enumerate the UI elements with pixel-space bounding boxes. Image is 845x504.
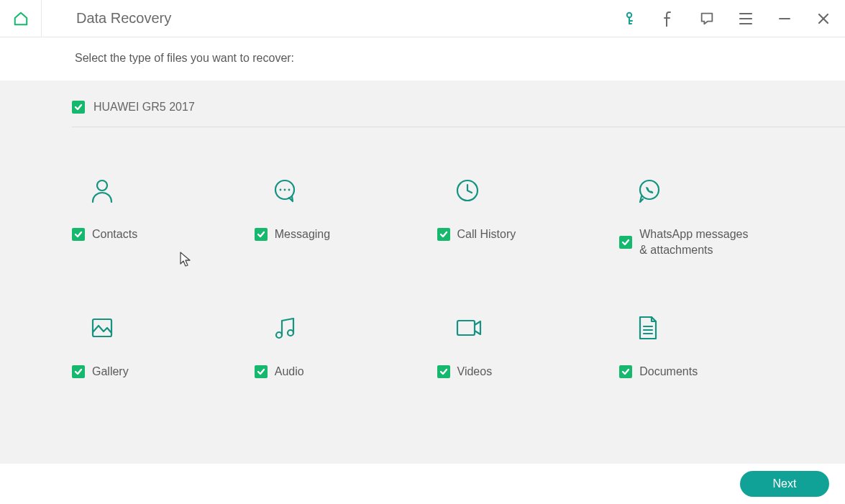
video-icon bbox=[455, 315, 483, 349]
tile-whatsapp[interactable]: WhatsApp messages & attachments bbox=[619, 178, 802, 257]
tile-checkbox-gallery[interactable] bbox=[72, 365, 85, 378]
tile-checkbox-messaging[interactable] bbox=[255, 228, 268, 241]
svg-point-7 bbox=[640, 180, 659, 199]
footer: Next bbox=[0, 464, 845, 504]
tile-label: Messaging bbox=[275, 226, 330, 242]
svg-point-10 bbox=[288, 330, 293, 336]
whatsapp-icon bbox=[636, 178, 662, 212]
chat-icon bbox=[272, 178, 298, 212]
tile-label: Audio bbox=[275, 364, 304, 380]
image-icon bbox=[89, 315, 115, 349]
svg-point-3 bbox=[279, 189, 281, 191]
doc-icon bbox=[636, 315, 659, 349]
close-button[interactable] bbox=[815, 10, 832, 27]
device-name: HUAWEI GR5 2017 bbox=[93, 101, 195, 114]
tile-checkbox-documents[interactable] bbox=[619, 365, 632, 378]
tile-checkbox-audio[interactable] bbox=[255, 365, 268, 378]
tile-checkbox-calls[interactable] bbox=[437, 228, 450, 241]
feedback-icon[interactable] bbox=[698, 10, 716, 27]
music-icon bbox=[272, 315, 298, 349]
svg-point-0 bbox=[627, 12, 631, 17]
tile-gallery[interactable]: Gallery bbox=[72, 315, 255, 380]
svg-point-9 bbox=[276, 332, 282, 338]
svg-rect-11 bbox=[457, 321, 475, 335]
facebook-icon[interactable] bbox=[659, 10, 677, 27]
svg-point-4 bbox=[283, 189, 286, 191]
content-body: HUAWEI GR5 2017 ContactsMessagingCall Hi… bbox=[0, 81, 845, 469]
next-button[interactable]: Next bbox=[740, 471, 829, 497]
tile-row: Videos bbox=[437, 364, 493, 380]
tile-row: Documents bbox=[619, 364, 698, 380]
tile-row: Audio bbox=[255, 364, 304, 380]
tile-checkbox-contacts[interactable] bbox=[72, 228, 85, 241]
clock-icon bbox=[455, 178, 480, 212]
tile-label: Gallery bbox=[92, 364, 129, 380]
key-icon[interactable] bbox=[621, 10, 638, 27]
instruction-text: Select the type of files you want to rec… bbox=[0, 37, 845, 81]
tile-documents[interactable]: Documents bbox=[619, 315, 802, 380]
home-button[interactable] bbox=[0, 0, 42, 37]
tile-videos[interactable]: Videos bbox=[437, 315, 620, 380]
file-type-grid: ContactsMessagingCall HistoryWhatsApp me… bbox=[0, 178, 845, 380]
tile-messaging[interactable]: Messaging bbox=[255, 178, 437, 257]
page-title: Data Recovery bbox=[76, 10, 621, 27]
tile-row: Call History bbox=[437, 226, 516, 242]
home-icon bbox=[13, 11, 29, 27]
tile-checkbox-videos[interactable] bbox=[437, 365, 450, 378]
tile-checkbox-whatsapp[interactable] bbox=[619, 236, 632, 249]
tile-audio[interactable]: Audio bbox=[255, 315, 437, 380]
tile-label: Call History bbox=[457, 226, 516, 242]
tile-row: Messaging bbox=[255, 226, 330, 242]
title-bar: Data Recovery bbox=[0, 0, 845, 37]
hamburger-menu-icon[interactable] bbox=[737, 10, 754, 27]
svg-point-5 bbox=[288, 189, 290, 191]
tile-contacts[interactable]: Contacts bbox=[72, 178, 255, 257]
minimize-button[interactable] bbox=[776, 10, 793, 27]
window-icons bbox=[621, 10, 832, 27]
device-row: HUAWEI GR5 2017 bbox=[72, 101, 845, 127]
svg-point-1 bbox=[97, 180, 107, 191]
person-icon bbox=[89, 178, 115, 212]
tile-label: Videos bbox=[457, 364, 493, 380]
device-checkbox[interactable] bbox=[72, 101, 85, 114]
tile-row: Gallery bbox=[72, 364, 129, 380]
tile-label: Documents bbox=[639, 364, 698, 380]
tile-row: Contacts bbox=[72, 226, 137, 242]
tile-row: WhatsApp messages & attachments bbox=[619, 226, 754, 257]
tile-label: Contacts bbox=[92, 226, 137, 242]
tile-label: WhatsApp messages & attachments bbox=[639, 226, 754, 257]
tile-calls[interactable]: Call History bbox=[437, 178, 620, 257]
